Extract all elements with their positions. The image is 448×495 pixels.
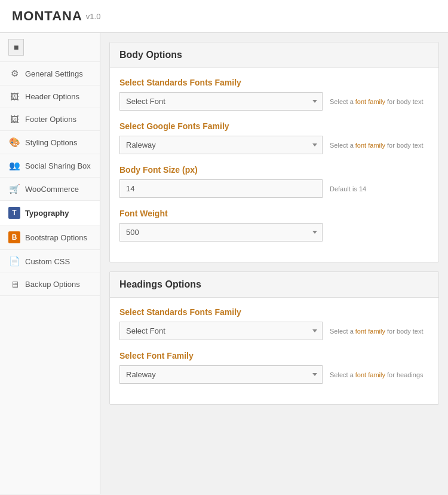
headings-options-section: Headings Options Select Standards Fonts … xyxy=(109,271,439,405)
headings-font-family-row: Raleway Select a font family for heading… xyxy=(119,365,429,384)
font-weight-select[interactable]: 500 xyxy=(119,223,323,242)
sidebar-item-styling-options[interactable]: 🎨 Styling Options xyxy=(0,131,100,154)
body-options-body: Select Standards Fonts Family Select Fon… xyxy=(110,68,438,262)
main-layout: ■ ⚙ General Settings 🖼 Header Options 🖼 … xyxy=(0,33,448,494)
headings-standards-fonts-select[interactable]: Select Font xyxy=(119,322,323,340)
google-fonts-row: Raleway Select a font family for body te… xyxy=(119,136,429,154)
body-font-size-hint: Default is 14 xyxy=(330,185,366,192)
headings-font-family-hint: Select a font family for headings xyxy=(330,371,424,378)
typography-icon: T xyxy=(8,207,20,219)
sidebar-item-label: WooCommerce xyxy=(25,185,79,194)
header-options-icon: 🖼 xyxy=(8,91,20,102)
headings-options-header: Headings Options xyxy=(110,272,438,298)
body-options-header: Body Options xyxy=(110,42,438,68)
main-content: Body Options Select Standards Fonts Fami… xyxy=(100,33,448,494)
body-font-size-label: Body Font Size (px) xyxy=(119,165,429,175)
headings-options-body: Select Standards Fonts Family Select Fon… xyxy=(110,298,438,404)
sidebar-item-label: Header Options xyxy=(25,92,79,101)
headings-standards-fonts-hint: Select a font family for body text xyxy=(330,328,424,335)
font-weight-group: Font Weight 500 xyxy=(119,209,429,242)
app-version: v1.0 xyxy=(86,12,101,21)
standards-fonts-group: Select Standards Fonts Family Select Fon… xyxy=(119,78,429,111)
headings-standards-fonts-group: Select Standards Fonts Family Select Fon… xyxy=(119,307,429,340)
sidebar-item-footer-options[interactable]: 🖼 Footer Options xyxy=(0,108,100,131)
sidebar-item-bootstrap-options[interactable]: B Bootstrap Options xyxy=(0,225,100,250)
google-fonts-hint: Select a font family for body text xyxy=(330,142,424,149)
sidebar-toggle-button[interactable]: ■ xyxy=(8,39,24,56)
google-fonts-label: Select Google Fonts Family xyxy=(119,121,429,131)
headings-options-title: Headings Options xyxy=(119,279,201,289)
sidebar-item-header-options[interactable]: 🖼 Header Options xyxy=(0,85,100,108)
sidebar-item-woocommerce[interactable]: 🛒 WooCommerce xyxy=(0,178,100,201)
app-header: MONTANA v1.0 xyxy=(0,0,448,33)
woocommerce-icon: 🛒 xyxy=(8,184,20,194)
standards-fonts-row: Select Font Select a font family for bod… xyxy=(119,92,429,111)
google-fonts-select[interactable]: Raleway xyxy=(119,136,323,154)
google-fonts-group: Select Google Fonts Family Raleway Selec… xyxy=(119,121,429,154)
sidebar-item-label: Social Sharing Box xyxy=(25,161,91,170)
sidebar-item-label: Typography xyxy=(25,209,69,218)
font-weight-label: Font Weight xyxy=(119,209,429,218)
bootstrap-icon: B xyxy=(8,231,20,243)
sidebar: ■ ⚙ General Settings 🖼 Header Options 🖼 … xyxy=(0,33,100,494)
sidebar-item-label: Custom CSS xyxy=(25,257,70,266)
headings-font-family-group: Select Font Family Raleway Select a font… xyxy=(119,351,429,384)
sidebar-item-label: Styling Options xyxy=(25,138,77,147)
sidebar-item-label: Footer Options xyxy=(25,115,76,124)
body-font-size-row: Default is 14 xyxy=(119,179,429,198)
body-options-title: Body Options xyxy=(119,50,182,60)
sidebar-item-typography[interactable]: T Typography xyxy=(0,201,100,225)
standards-fonts-hint: Select a font family for body text xyxy=(330,98,424,105)
custom-css-icon: 📄 xyxy=(8,256,20,267)
social-sharing-icon: 👥 xyxy=(8,160,20,171)
sidebar-item-general-settings[interactable]: ⚙ General Settings xyxy=(0,62,100,85)
body-options-section: Body Options Select Standards Fonts Fami… xyxy=(109,42,439,262)
backup-options-icon: 🖥 xyxy=(8,279,20,289)
body-font-size-input[interactable] xyxy=(119,179,323,198)
app-title: MONTANA xyxy=(12,8,82,24)
sidebar-item-label: Bootstrap Options xyxy=(25,233,87,242)
headings-font-family-label: Select Font Family xyxy=(119,351,429,360)
styling-options-icon: 🎨 xyxy=(8,137,20,148)
standards-fonts-select[interactable]: Select Font xyxy=(119,92,323,111)
sidebar-item-label: General Settings xyxy=(25,69,83,78)
headings-standards-fonts-label: Select Standards Fonts Family xyxy=(119,307,429,317)
footer-options-icon: 🖼 xyxy=(8,114,20,124)
sidebar-item-backup-options[interactable]: 🖥 Backup Options xyxy=(0,273,100,296)
sidebar-top-button-area: ■ xyxy=(0,33,100,62)
sidebar-item-social-sharing-box[interactable]: 👥 Social Sharing Box xyxy=(0,154,100,178)
headings-font-family-select[interactable]: Raleway xyxy=(119,365,323,384)
headings-standards-fonts-row: Select Font Select a font family for bod… xyxy=(119,322,429,340)
body-font-size-group: Body Font Size (px) Default is 14 xyxy=(119,165,429,198)
general-settings-icon: ⚙ xyxy=(8,68,20,79)
sidebar-item-label: Backup Options xyxy=(25,280,80,289)
font-weight-row: 500 xyxy=(119,223,429,242)
sidebar-item-custom-css[interactable]: 📄 Custom CSS xyxy=(0,250,100,273)
standards-fonts-label: Select Standards Fonts Family xyxy=(119,78,429,87)
